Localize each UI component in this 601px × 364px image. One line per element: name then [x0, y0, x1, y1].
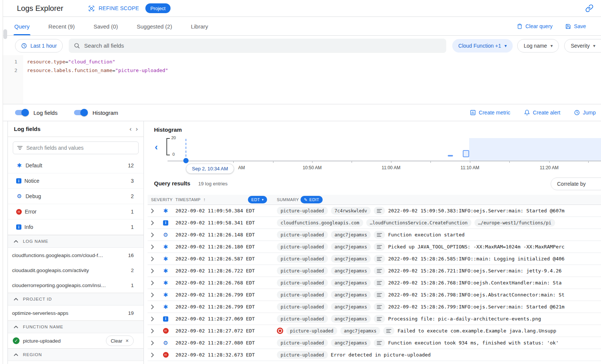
histogram-bucket-highlight[interactable] [463, 150, 469, 157]
log-field-item[interactable]: clouderrorreporting.googleapis.com/insi…… [8, 278, 143, 293]
jump-to-now-button[interactable]: Jump [574, 110, 596, 116]
summary-chip[interactable]: picture-uploaded [277, 207, 328, 215]
selection-time-pill[interactable]: Sep 2, 10:34 AM [186, 164, 234, 174]
expand-chevron-icon[interactable] [151, 329, 160, 333]
log-entry-row[interactable]: ✱2022-09-02 11:09:50.384 EDTpicture-uplo… [148, 205, 601, 217]
log-summary-lines-icon[interactable] [374, 231, 385, 239]
log-summary-lines-icon[interactable] [374, 291, 385, 299]
log-entry-row[interactable]: !!2022-09-02 11:28:27.072 EDTpicture-upl… [148, 325, 601, 337]
resource-filter-chip[interactable]: Cloud Function +1 ▾ [452, 39, 513, 53]
log-fields-search-input[interactable] [26, 145, 134, 151]
severity-filter-chip[interactable]: Severity ▾ [564, 39, 601, 53]
summary-chip[interactable]: picture-uploaded [286, 327, 337, 335]
expand-chevron-icon[interactable] [151, 281, 160, 285]
expand-chevron-icon[interactable] [151, 269, 160, 273]
expand-chevron-icon[interactable] [151, 353, 160, 357]
summary-chip[interactable]: picture-uploaded [277, 339, 328, 347]
tab-saved-0[interactable]: Saved (0) [93, 17, 119, 35]
summary-chip[interactable]: picture-uploaded [277, 303, 328, 311]
summary-chip[interactable]: picture-uploaded [277, 279, 328, 287]
save-button[interactable]: Save [565, 23, 586, 29]
summary-chip[interactable]: picture-uploaded [277, 255, 328, 263]
expand-chevron-icon[interactable] [151, 293, 160, 297]
log-field-severity-default[interactable]: ✱Default12 [8, 158, 143, 173]
correlate-by-button[interactable]: Correlate by [551, 177, 601, 190]
summary-chip[interactable]: picture-uploaded [277, 243, 328, 251]
summary-chip[interactable]: angc7jepamxs [331, 279, 371, 287]
query-code-area[interactable]: resource.type="cloud_function"resource.l… [23, 57, 601, 104]
expand-chevron-icon[interactable] [151, 221, 160, 225]
log-field-severity-info[interactable]: iInfo1 [8, 220, 143, 235]
log-field-severity-notice[interactable]: iNotice3 [8, 173, 143, 189]
summary-chip[interactable]: picture-uploaded [277, 267, 328, 275]
summary-chip[interactable]: angc7jepamxs [331, 339, 371, 347]
tab-query[interactable]: Query [14, 17, 30, 35]
summary-chip[interactable]: angc7jepamxs [331, 315, 371, 323]
log-fields-toggle[interactable] [15, 110, 28, 115]
time-range-button[interactable]: Last 1 hour [15, 39, 63, 53]
log-summary-lines-icon[interactable] [374, 207, 385, 215]
share-link-icon[interactable] [585, 4, 593, 12]
log-field-item[interactable]: optimize-serverless-apps19 [8, 305, 143, 320]
log-summary-lines-icon[interactable] [374, 303, 385, 311]
expand-chevron-icon[interactable] [151, 245, 160, 249]
timezone-selector-button[interactable]: EDT▾ [248, 196, 267, 203]
log-entry-row[interactable]: ⚙2022-09-02 11:28:27.080 EDTpicture-uplo… [148, 337, 601, 349]
project-scope-badge[interactable]: Project [145, 3, 170, 13]
log-entry-row[interactable]: !!2022-09-02 11:28:32.673 EDTpicture-upl… [148, 349, 601, 361]
summary-chip[interactable]: …loudFunctionsService.CreateFunction [366, 219, 471, 227]
log-summary-lines-icon[interactable] [383, 327, 394, 335]
log-entry-row[interactable]: ✱2022-09-02 11:28:26.768 EDTpicture-uplo… [148, 277, 601, 289]
expand-chevron-icon[interactable] [151, 341, 160, 345]
column-timestamp[interactable]: TIMESTAMP↑ [175, 195, 205, 205]
log-field-item[interactable]: cloudfunctions.googleapis.com/cloud-f…16 [8, 248, 143, 263]
summary-chip[interactable]: angc7jepamxs [331, 255, 371, 263]
create-metric-button[interactable]: Create metric [470, 110, 510, 116]
histogram-bar[interactable] [448, 155, 453, 156]
clear-filter-button[interactable]: Clear✕ [106, 335, 134, 346]
log-summary-lines-icon[interactable] [374, 267, 385, 275]
log-entry-row[interactable]: i2022-09-02 11:09:58.341 EDTcloudfunctio… [148, 217, 601, 229]
summary-chip[interactable]: picture-uploaded [277, 351, 328, 359]
log-summary-lines-icon[interactable] [374, 243, 385, 251]
sort-ascending-icon[interactable]: ↑ [203, 197, 205, 202]
histogram-selection-region[interactable] [469, 138, 601, 161]
summary-chip[interactable]: …/europe-west1/functions/pi [474, 219, 555, 227]
expand-chevron-icon[interactable] [151, 257, 160, 261]
query-editor[interactable]: 12 resource.type="cloud_function"resourc… [3, 55, 601, 104]
log-field-item[interactable]: cloudaudit.googleapis.com/activity2 [8, 263, 143, 278]
log-summary-lines-icon[interactable] [374, 255, 385, 263]
section-header-log-name[interactable]: LOG NAME [8, 235, 143, 248]
histogram-toggle[interactable] [74, 110, 87, 115]
log-entry-row[interactable]: ✱2022-09-02 11:28:26.722 EDTpicture-uplo… [148, 265, 601, 277]
edit-summary-button[interactable]: ✎EDIT [300, 196, 323, 203]
tab-recent-9[interactable]: Recent (9) [48, 17, 76, 35]
section-header-function-name[interactable]: FUNCTION NAME [8, 320, 143, 333]
log-entry-row[interactable]: ✱2022-09-02 11:28:26.799 EDTpicture-uplo… [148, 301, 601, 313]
section-header-project-id[interactable]: PROJECT ID [8, 293, 143, 305]
expand-chevron-icon[interactable] [151, 317, 160, 321]
log-field-severity-error[interactable]: !!Error1 [8, 204, 143, 220]
expand-chevron-icon[interactable] [151, 305, 160, 309]
log-entry-row[interactable]: ⚙2022-09-02 11:28:26.148 EDTpicture-uplo… [148, 229, 601, 241]
search-input[interactable] [84, 42, 441, 49]
summary-chip[interactable]: cloudfunctions.googleapis.com [277, 219, 363, 227]
section-header-region[interactable]: REGION [8, 348, 143, 361]
histogram-chart[interactable]: ‹ 20 0 AM10:50 AM11:00 AM11:10 AM11:20 A… [144, 134, 601, 179]
expand-chevron-icon[interactable] [151, 209, 160, 213]
summary-chip[interactable]: picture-uploaded [277, 291, 328, 299]
log-entry-row[interactable]: ✱2022-09-02 11:28:26.799 EDTpicture-uplo… [148, 289, 601, 301]
clear-query-button[interactable]: Clear query [517, 23, 553, 29]
summary-chip[interactable]: angc7jepamxs [331, 291, 371, 299]
summary-chip[interactable]: angc7jepamxs [331, 303, 371, 311]
refine-scope-button[interactable]: REFINE SCOPE [88, 5, 139, 12]
collapse-panel-left-icon[interactable]: ‹ [130, 125, 132, 133]
summary-chip[interactable]: 7c4rwskwledv [331, 207, 371, 215]
create-alert-button[interactable]: Create alert [524, 110, 560, 116]
log-name-filter-chip[interactable]: Log name ▾ [517, 39, 559, 53]
expand-chevron-icon[interactable] [151, 233, 160, 237]
log-field-severity-debug[interactable]: ⚙Debug2 [8, 189, 143, 204]
summary-chip[interactable]: angc7jepamxs [331, 267, 371, 275]
tab-library[interactable]: Library [190, 17, 209, 35]
log-entry-row[interactable]: ✱2022-09-02 11:28:26.587 EDTpicture-uplo… [148, 253, 601, 265]
